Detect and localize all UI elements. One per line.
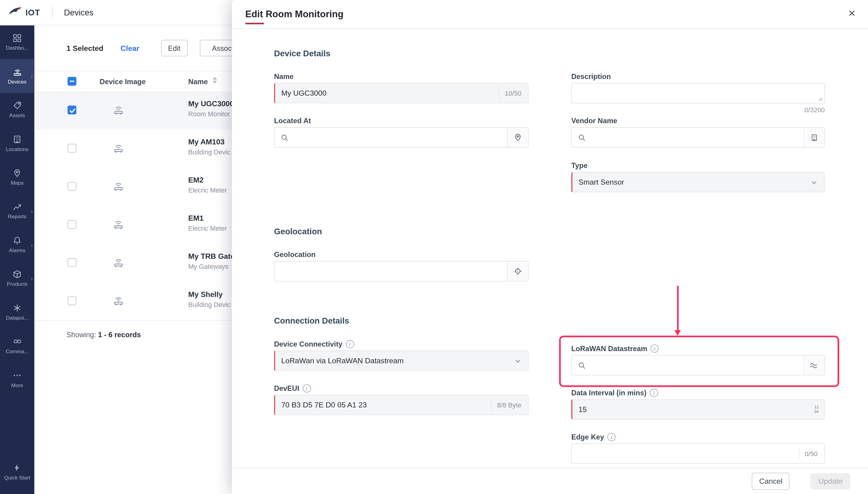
char-counter: 10/50 (499, 88, 522, 99)
info-icon[interactable] (607, 433, 616, 441)
info-icon[interactable] (303, 384, 311, 392)
modal-footer: Cancel Update (232, 468, 868, 494)
device-connectivity-select[interactable]: LoRaWan via LoRaWAN Datastream (274, 350, 528, 371)
description-counter: 0/3200 (571, 106, 825, 114)
edge-key-input[interactable]: 0/50 (571, 443, 825, 464)
row-checkbox[interactable] (68, 182, 76, 191)
more-icon (13, 370, 22, 380)
page-title: Devices (64, 8, 93, 17)
sidebar-item-alarms[interactable]: Alarms › (0, 228, 34, 262)
products-icon (13, 269, 22, 279)
iot-logo-icon (8, 5, 22, 20)
sidebar-item-commands[interactable]: Comma... (0, 329, 34, 363)
sidebar-item-devices[interactable]: Devices › (0, 59, 34, 93)
close-icon[interactable]: ✕ (848, 9, 856, 18)
assets-icon (13, 101, 22, 110)
cancel-button[interactable]: Cancel (752, 473, 790, 490)
info-icon[interactable] (346, 340, 354, 348)
type-label: Type (571, 162, 587, 170)
device-name[interactable]: EM2 (188, 176, 227, 184)
vendor-building-icon[interactable] (803, 128, 824, 147)
name-input[interactable]: My UGC3000 10/50 (274, 83, 528, 103)
sidebar-item-maps[interactable]: Maps (0, 160, 34, 194)
sidebar-label: Datapoi... (6, 315, 28, 321)
column-header-name[interactable]: Name (188, 77, 208, 86)
row-checkbox[interactable] (68, 296, 76, 305)
sidebar-label: Devices (8, 79, 27, 85)
sidebar-item-datapoints[interactable]: Datapoi... (0, 295, 34, 329)
row-checkbox[interactable] (68, 144, 76, 153)
device-name[interactable]: My TRB Gate (188, 252, 235, 260)
byte-counter: 8/8 Byte (491, 400, 522, 411)
vendor-name-label: Vendor Name (571, 116, 617, 125)
info-icon[interactable] (651, 344, 659, 353)
locate-crosshair-icon[interactable] (507, 262, 528, 281)
sidebar-label: Dashbo... (6, 45, 28, 51)
lorawan-datastream-input[interactable] (571, 355, 825, 376)
name-label: Name (274, 72, 294, 80)
sidebar-item-assets[interactable]: Assets (0, 93, 34, 127)
sidebar-label: Reports (8, 214, 26, 220)
sidebar-item-dashboard[interactable]: Dashbo... (0, 25, 34, 59)
device-name[interactable]: My Shelly (188, 290, 230, 299)
sidebar-label: Assets (10, 112, 25, 119)
edge-key-label: Edge Key (571, 433, 616, 441)
chevron-right-icon: › (31, 242, 33, 248)
modal-title: Edit Room Monitoring (245, 8, 343, 20)
deveui-input[interactable]: 70 B3 D5 7E D0 05 A1 23 8/8 Byte (274, 395, 528, 415)
location-pin-icon[interactable] (507, 128, 528, 147)
sidebar-item-reports[interactable]: Reports › (0, 194, 34, 228)
geolocation-label: Geolocation (274, 250, 315, 259)
type-select[interactable]: Smart Sensor (571, 172, 825, 192)
located-at-label: Located At (274, 116, 311, 125)
select-all-checkbox[interactable] (68, 77, 76, 86)
sidebar-label: More (11, 382, 23, 389)
device-image-icon (112, 142, 125, 157)
data-interval-input[interactable]: 15 12 34 (571, 399, 825, 420)
device-subtitle: Building Devic (188, 148, 230, 156)
column-header-device-image[interactable]: Device Image (100, 77, 146, 86)
clear-selection-link[interactable]: Clear (121, 44, 140, 52)
device-subtitle: Elecric Meter (188, 225, 227, 232)
row-checkbox[interactable] (68, 220, 76, 229)
devices-icon (13, 67, 22, 77)
search-icon (578, 361, 586, 369)
device-name[interactable]: EM1 (188, 214, 227, 222)
device-subtitle: Elecric Meter (188, 187, 227, 194)
device-subtitle: Room Monitor (188, 110, 234, 118)
chevron-right-icon: › (31, 276, 33, 282)
geolocation-input[interactable] (274, 261, 528, 282)
description-textarea[interactable] (571, 83, 825, 103)
sidebar-item-quick-start[interactable]: Quick Start (0, 455, 34, 489)
device-image-icon (112, 294, 125, 310)
maps-icon (13, 168, 22, 178)
number-stepper-icon[interactable]: 12 34 (814, 405, 819, 414)
device-connectivity-label: Device Connectivity (274, 340, 354, 348)
sidebar-label: Maps (11, 180, 23, 186)
annotation-arrow (677, 286, 679, 330)
datastream-icon[interactable] (803, 355, 824, 375)
sort-icon[interactable] (213, 77, 217, 83)
sidebar-item-more[interactable]: More (0, 363, 34, 396)
device-name[interactable]: My AM103 (188, 138, 230, 146)
sidebar-item-locations[interactable]: Locations (0, 127, 34, 160)
sidebar-label: Comma... (6, 348, 29, 355)
dashboard-icon (13, 33, 22, 43)
app-root: IOT Devices Dashbo... Devices › Assets L… (0, 0, 868, 494)
edit-button[interactable]: Edit (161, 40, 187, 57)
alarms-icon (13, 236, 22, 245)
info-icon[interactable] (650, 389, 658, 397)
vendor-name-input[interactable] (571, 127, 825, 148)
sidebar-item-products[interactable]: Products › (0, 262, 34, 295)
brand[interactable]: IOT (8, 5, 40, 20)
selection-toolbar: 1 Selected Clear Edit Associate (66, 40, 255, 57)
device-name[interactable]: My UGC3000 (188, 100, 234, 108)
device-image-icon (112, 103, 125, 119)
resize-handle-icon[interactable] (818, 96, 822, 101)
sidebar-label: Locations (6, 146, 28, 153)
row-checkbox[interactable] (68, 106, 76, 114)
update-button[interactable]: Update (811, 473, 850, 490)
sidebar: Dashbo... Devices › Assets Locations Map… (0, 25, 34, 494)
row-checkbox[interactable] (68, 258, 76, 267)
located-at-input[interactable] (274, 127, 528, 148)
